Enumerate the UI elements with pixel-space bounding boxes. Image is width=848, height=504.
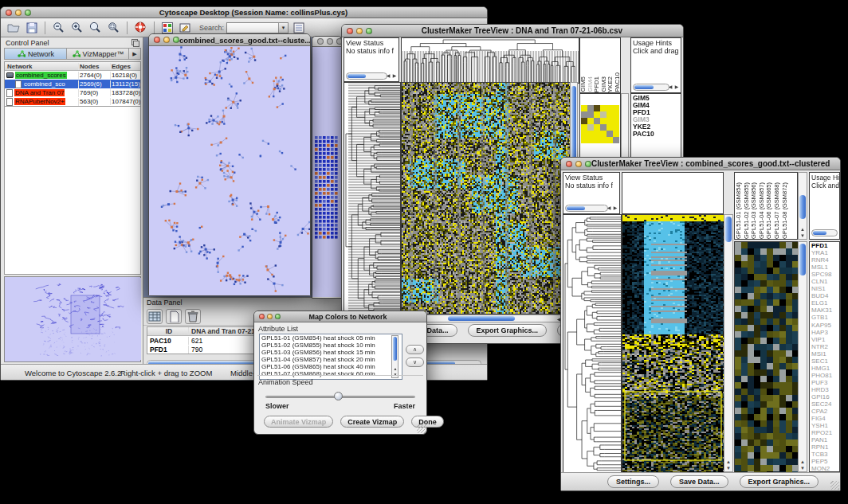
scroll-down-icon[interactable]: [724, 466, 732, 471]
gene-label[interactable]: PHO81: [811, 372, 839, 379]
scroll-right-icon[interactable]: [611, 205, 619, 211]
inactive-titlebar[interactable]: [312, 37, 341, 47]
gene-label[interactable]: HRD3: [811, 386, 839, 393]
gene-label[interactable]: HAP3: [811, 329, 839, 336]
column-dendrogram-canvas[interactable]: [401, 37, 579, 84]
treeview-action-button[interactable]: Export Graphics...: [740, 475, 819, 488]
usage-hints-hscrollbar[interactable]: [633, 84, 669, 91]
scrollbar-thumb[interactable]: [634, 85, 654, 89]
scrollbar-thumb[interactable]: [725, 217, 732, 242]
network-view-titlebar[interactable]: combined_scores_good.txt--cluste...: [149, 34, 310, 46]
gene-label[interactable]: MON2: [811, 465, 839, 472]
main-titlebar[interactable]: Cytoscape Desktop (Session Name: collins…: [1, 7, 487, 18]
gene-label[interactable]: CPA2: [811, 408, 839, 415]
gene-label[interactable]: PUF3: [811, 379, 839, 386]
gene-label[interactable]: SPC98: [811, 271, 839, 278]
row-dendrogram-canvas[interactable]: [344, 82, 401, 315]
row-dendrogram-canvas[interactable]: [563, 214, 622, 474]
gene-label[interactable]: VIP1: [811, 336, 839, 343]
attribute-list-item[interactable]: GPL51-01 (GSM854) heat shock 05 min: [260, 334, 402, 342]
gene-label[interactable]: RPN1: [811, 443, 839, 451]
attribute-list-vscrollbar[interactable]: [391, 335, 398, 378]
gene-label[interactable]: PAC10: [633, 131, 681, 138]
new-attribute-button[interactable]: [166, 309, 182, 324]
gene-label[interactable]: FIG4: [811, 415, 839, 422]
scrollbar-thumb[interactable]: [393, 337, 397, 361]
move-down-button[interactable]: ∨: [406, 357, 424, 367]
gene-label[interactable]: PEP5: [811, 458, 839, 465]
network-table-row[interactable]: DNA and Tran 07 769(0) 183728(0): [5, 88, 140, 97]
heatmap-canvas[interactable]: [622, 214, 725, 474]
treeview-action-button[interactable]: Settings...: [607, 475, 659, 488]
close-icon[interactable]: [154, 37, 160, 43]
network-overview-canvas[interactable]: [6, 278, 141, 360]
slider-thumb[interactable]: [334, 392, 343, 400]
network-table-row[interactable]: RNAPuberNov2+ 563(0) 107847(0): [5, 97, 140, 106]
gene-label[interactable]: BUD4: [811, 292, 839, 299]
gene-label[interactable]: HMG1: [811, 365, 839, 372]
delete-attribute-button[interactable]: [185, 309, 201, 324]
maximize-icon[interactable]: [25, 10, 31, 16]
zoom-vscrollbar[interactable]: [798, 241, 807, 472]
gene-label[interactable]: PFD1: [811, 242, 839, 249]
minimize-icon[interactable]: [163, 37, 170, 43]
control-panel-tab[interactable]: Network: [5, 49, 67, 59]
close-icon[interactable]: [347, 28, 353, 34]
minimize-icon[interactable]: [327, 38, 333, 45]
maximize-icon[interactable]: [173, 37, 179, 43]
column-dendrogram-panel[interactable]: [622, 172, 724, 214]
background-network-window[interactable]: [312, 36, 342, 299]
scrollbar-thumb[interactable]: [799, 195, 806, 219]
attribute-list-item[interactable]: GPL51-04 (GSM857) heat shock 20 min: [260, 356, 402, 363]
minimize-icon[interactable]: [267, 314, 273, 319]
scrollbar-thumb[interactable]: [448, 316, 515, 321]
close-icon[interactable]: [6, 10, 12, 16]
open-session-button[interactable]: [6, 20, 22, 36]
col-edges[interactable]: Edges: [111, 63, 140, 70]
dialog-action-button[interactable]: Animate Vizmap: [264, 416, 333, 428]
control-panel-tab[interactable]: VizMapper™: [67, 49, 129, 59]
col-network[interactable]: Network: [5, 63, 79, 70]
move-up-button[interactable]: ∧: [406, 345, 424, 354]
col-nodes[interactable]: Nodes: [79, 63, 111, 70]
gene-label[interactable]: MSI1: [811, 350, 839, 357]
scroll-up-icon[interactable]: [724, 459, 732, 465]
help-button[interactable]: [133, 20, 148, 36]
heatmap-canvas[interactable]: [401, 82, 571, 315]
scroll-up-icon[interactable]: [799, 227, 807, 232]
gene-label[interactable]: SEC1: [811, 357, 839, 365]
scroll-right-icon[interactable]: [673, 84, 681, 90]
close-icon[interactable]: [566, 161, 572, 167]
view-status-hscrollbar[interactable]: [565, 205, 608, 212]
gene-label[interactable]: MSL1: [811, 264, 839, 271]
attribute-select-button[interactable]: [147, 309, 163, 324]
view-status-hscrollbar[interactable]: [346, 72, 387, 80]
search-combobox[interactable]: [226, 22, 289, 33]
scrollbar-thumb[interactable]: [347, 74, 366, 78]
resize-grip[interactable]: [830, 481, 839, 490]
minimize-icon[interactable]: [15, 10, 22, 16]
minimize-icon[interactable]: [356, 28, 363, 34]
gene-label[interactable]: KAP95: [811, 322, 839, 329]
scroll-right-icon[interactable]: [391, 73, 398, 79]
zoom-out-button[interactable]: [51, 20, 66, 36]
network-table-row[interactable]: combined_sco 2569(6) 13112(15): [5, 80, 140, 88]
attribute-list-item[interactable]: GPL51-07 (GSM868) heat shock 60 min: [260, 370, 402, 377]
column-labels-vscrollbar[interactable]: [798, 172, 807, 240]
zoom-selected-button[interactable]: [106, 20, 121, 36]
search-dropdown-arrow-icon[interactable]: [278, 23, 288, 33]
scroll-up-icon[interactable]: [391, 366, 399, 372]
maximize-icon[interactable]: [366, 28, 372, 34]
gene-label[interactable]: GPI16: [811, 393, 839, 400]
scroll-up-icon[interactable]: [799, 459, 807, 465]
gene-label[interactable]: YSH1: [811, 422, 839, 429]
zoom-in-button[interactable]: [69, 20, 84, 36]
gene-label[interactable]: PAN1: [811, 436, 839, 443]
resize-grip[interactable]: [417, 424, 426, 433]
minimize-icon[interactable]: [575, 161, 582, 167]
treeview1-titlebar[interactable]: ClusterMaker TreeView : DNA and Tran 07-…: [342, 25, 683, 37]
scroll-down-icon[interactable]: [799, 233, 807, 239]
scrollbar-thumb[interactable]: [813, 231, 826, 235]
zoom-fit-button[interactable]: [88, 20, 103, 36]
grid-network-canvas[interactable]: [312, 47, 341, 297]
